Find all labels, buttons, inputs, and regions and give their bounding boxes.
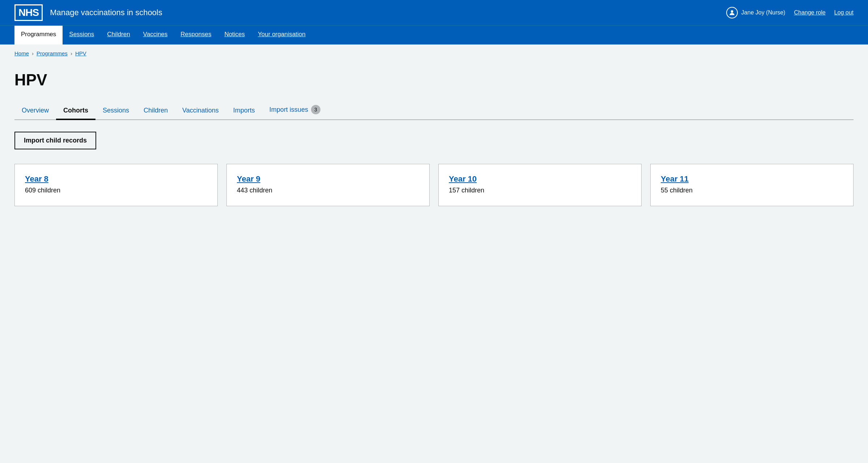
site-header: NHS Manage vaccinations in schools Jane … — [0, 0, 868, 25]
import-issues-badge: 3 — [311, 105, 320, 114]
year-9-link[interactable]: Year 9 — [237, 174, 419, 184]
tab-import-issues[interactable]: Import issues 3 — [262, 101, 328, 120]
main-content: HPV Overview Cohorts Sessions Children V… — [0, 62, 868, 453]
nav-item-notices[interactable]: Notices — [218, 26, 251, 44]
user-name: Jane Joy (Nurse) — [741, 9, 786, 16]
cohort-cards-grid: Year 8 609 children Year 9 443 children … — [14, 164, 854, 206]
change-role-link[interactable]: Change role — [794, 9, 825, 16]
year-11-link[interactable]: Year 11 — [661, 174, 843, 184]
nav-item-programmes[interactable]: Programmes — [14, 26, 63, 44]
year-9-count: 443 children — [237, 187, 419, 194]
year-card-10: Year 10 157 children — [438, 164, 642, 206]
year-card-8: Year 8 609 children — [14, 164, 218, 206]
breadcrumb-programmes[interactable]: Programmes — [37, 50, 68, 56]
breadcrumb-sep-1: › — [32, 50, 34, 56]
tab-children[interactable]: Children — [136, 102, 175, 120]
year-card-9: Year 9 443 children — [226, 164, 430, 206]
import-child-records-button[interactable]: Import child records — [14, 132, 96, 149]
nav-item-children[interactable]: Children — [101, 26, 136, 44]
nav-item-responses[interactable]: Responses — [174, 26, 218, 44]
breadcrumb-current[interactable]: HPV — [75, 50, 86, 56]
nav-item-sessions[interactable]: Sessions — [63, 26, 101, 44]
svg-point-0 — [731, 10, 733, 13]
user-avatar-icon — [726, 7, 738, 18]
tab-imports[interactable]: Imports — [226, 102, 262, 120]
header-right: Jane Joy (Nurse) Change role Log out — [726, 7, 854, 18]
breadcrumb-sep-2: › — [71, 50, 72, 56]
header-left: NHS Manage vaccinations in schools — [14, 4, 162, 21]
year-11-count: 55 children — [661, 187, 843, 194]
header-title: Manage vaccinations in schools — [50, 8, 162, 17]
user-info: Jane Joy (Nurse) — [726, 7, 786, 18]
tab-bar: Overview Cohorts Sessions Children Vacci… — [14, 101, 854, 120]
year-card-11: Year 11 55 children — [650, 164, 854, 206]
tab-sessions[interactable]: Sessions — [95, 102, 136, 120]
tab-vaccinations[interactable]: Vaccinations — [175, 102, 226, 120]
year-8-link[interactable]: Year 8 — [25, 174, 207, 184]
breadcrumb-home[interactable]: Home — [14, 50, 29, 56]
tab-overview[interactable]: Overview — [14, 102, 56, 120]
nav-item-your-organisation[interactable]: Your organisation — [251, 26, 312, 44]
year-10-count: 157 children — [449, 187, 631, 194]
nhs-logo: NHS — [14, 4, 43, 21]
main-nav: Programmes Sessions Children Vaccines Re… — [0, 25, 868, 44]
page-title: HPV — [14, 71, 854, 89]
log-out-link[interactable]: Log out — [834, 9, 854, 16]
tab-cohorts[interactable]: Cohorts — [56, 102, 95, 120]
year-10-link[interactable]: Year 10 — [449, 174, 631, 184]
year-8-count: 609 children — [25, 187, 207, 194]
breadcrumb: Home › Programmes › HPV — [0, 44, 868, 62]
nav-item-vaccines[interactable]: Vaccines — [137, 26, 174, 44]
